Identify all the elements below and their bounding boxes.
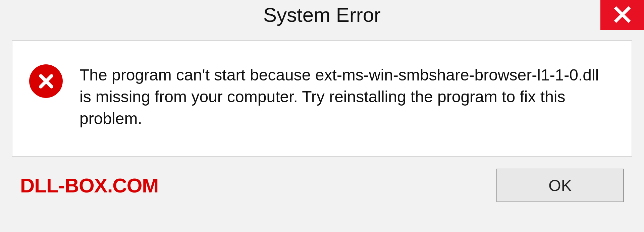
close-icon bbox=[613, 5, 632, 25]
ok-button[interactable]: OK bbox=[496, 169, 624, 202]
content-panel: The program can't start because ext-ms-w… bbox=[12, 40, 632, 157]
error-icon bbox=[29, 64, 63, 98]
error-dialog: System Error The program can't start bec… bbox=[0, 0, 644, 232]
bottom-bar: DLL-BOX.COM OK bbox=[12, 157, 632, 202]
dialog-title: System Error bbox=[263, 3, 381, 26]
error-message: The program can't start because ext-ms-w… bbox=[79, 64, 615, 129]
titlebar: System Error bbox=[0, 0, 644, 34]
watermark-text: DLL-BOX.COM bbox=[20, 174, 158, 197]
close-button[interactable] bbox=[600, 0, 644, 30]
